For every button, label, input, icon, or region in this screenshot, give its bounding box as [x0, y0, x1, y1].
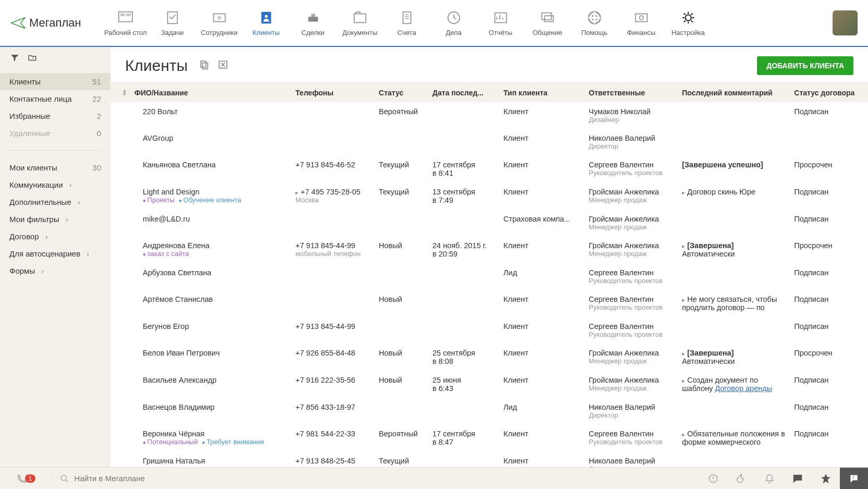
- cell-phone: ▸+7 495 735-28-05Москва: [291, 182, 375, 210]
- alert-icon[interactable]: [699, 468, 727, 490]
- nav-Помощь[interactable]: Помощь: [571, 10, 618, 36]
- table-row[interactable]: Белов Иван Петрович+7 926 855-84-48Новый…: [110, 344, 868, 371]
- cell-status: [375, 398, 428, 424]
- table-row[interactable]: Андреянова Еленазаказ с сайта+7 913 845-…: [110, 236, 868, 263]
- table-row[interactable]: AVGroupКлиентНиколаев ВалерийДиректор: [110, 129, 868, 155]
- cell-date: [428, 129, 499, 155]
- nav-Сделки[interactable]: Сделки: [290, 10, 337, 36]
- svg-point-24: [61, 475, 66, 480]
- table-row[interactable]: mike@L&D.ruСтраховая компа...Гройсман Ан…: [110, 210, 868, 236]
- cell-type: Клиент: [499, 236, 585, 263]
- user-avatar[interactable]: [833, 10, 858, 35]
- column-header[interactable]: Статус договора: [790, 83, 868, 102]
- cell-responsible: Сергеев ВалентинРуководитель проектов: [585, 317, 678, 344]
- cell-date: [428, 290, 499, 317]
- cell-date: 13 сентябряв 7:49: [428, 182, 499, 210]
- nav-icon: [209, 10, 230, 26]
- sidebar-item-Удаленные[interactable]: Удаленные0: [0, 125, 110, 142]
- cell-comment: [678, 398, 790, 424]
- phone-widget[interactable]: 1: [0, 473, 52, 484]
- nav-Финансы[interactable]: Финансы: [618, 10, 665, 36]
- table-row[interactable]: Васильев Александр+7 916 222-35-56Новый2…: [110, 371, 868, 398]
- table-row[interactable]: 220 ВольтВероятныйКлиентЧумаков НиколайД…: [110, 102, 868, 129]
- cell-name: Арбузова Светлана: [130, 263, 291, 290]
- star-icon[interactable]: [812, 468, 840, 490]
- sidebar-item-Формы[interactable]: Формы: [0, 262, 110, 279]
- nav-icon: [584, 10, 605, 26]
- nav-Задачи[interactable]: Задачи: [149, 10, 196, 36]
- table-row[interactable]: Васнецов Владимир+7 856 433-18-97ЛидНико…: [110, 398, 868, 424]
- folder-add-icon[interactable]: +: [27, 53, 38, 65]
- phone-badge: 1: [25, 474, 36, 483]
- column-header[interactable]: Тип клиента: [499, 83, 585, 102]
- filter-add-icon[interactable]: +: [9, 53, 20, 65]
- cell-comment: [678, 317, 790, 344]
- cell-comment: ▸Не могу связаться, чтобы продлить догов…: [678, 290, 790, 317]
- cell-status: Вероятный: [375, 102, 428, 129]
- cell-name: Бегунов Егор: [130, 317, 291, 344]
- sidebar-item-Клиенты[interactable]: Клиенты51: [0, 73, 110, 90]
- cell-status: [375, 210, 428, 236]
- cell-name: mike@L&D.ru: [130, 210, 291, 236]
- column-header[interactable]: Дата послед...: [428, 83, 499, 102]
- cell-type: Клиент: [499, 129, 585, 155]
- bell-icon[interactable]: [755, 468, 784, 490]
- nav-Общение[interactable]: Общение: [524, 10, 571, 36]
- nav-Дела[interactable]: Дела: [430, 10, 477, 36]
- table-row[interactable]: Артёмов СтаниславНовыйКлиентСергеев Вале…: [110, 290, 868, 317]
- table-row[interactable]: Вероника ЧёрнаяПотенциальныйТребует вним…: [110, 424, 868, 451]
- cell-phone: +7 913 845-44-99мобильный телефон: [291, 236, 375, 263]
- column-header[interactable]: Ответственные: [585, 83, 678, 102]
- svg-rect-2: [126, 13, 131, 16]
- logo[interactable]: Мегаплан: [10, 15, 81, 31]
- search-input[interactable]: [75, 474, 692, 483]
- nav-Отчёты[interactable]: Отчёты: [477, 10, 524, 36]
- nav-Рабочий стол[interactable]: Рабочий стол: [102, 10, 149, 36]
- sidebar-item-Контактные лица[interactable]: Контактные лица22: [0, 90, 110, 107]
- column-header[interactable]: Статус: [375, 83, 428, 102]
- feedback-icon[interactable]: !: [840, 468, 868, 490]
- export-excel-icon[interactable]: [218, 59, 228, 72]
- sidebar-item-Избранные[interactable]: Избранные2: [0, 107, 110, 125]
- sidebar-item-Мои клиенты[interactable]: Мои клиенты30: [0, 159, 110, 176]
- column-header[interactable]: Телефоны: [291, 83, 375, 102]
- copy-icon[interactable]: [199, 59, 209, 72]
- table-row[interactable]: Каньянова Светлана+7 913 845-46-52Текущи…: [110, 155, 868, 182]
- column-settings-icon[interactable]: ⦀: [110, 83, 130, 102]
- sidebar-item-Мои фильтры[interactable]: Мои фильтры: [0, 211, 110, 228]
- cell-responsible: Николаев ВалерийДиректор: [585, 129, 678, 155]
- nav-Настройка[interactable]: Настройка: [665, 10, 712, 36]
- chat-icon[interactable]: [784, 468, 812, 490]
- sidebar: + + Клиенты51Контактные лица22Избранные2…: [0, 47, 110, 467]
- comment-link[interactable]: Договор аренды: [715, 384, 772, 393]
- column-header[interactable]: Последний комментарий: [678, 83, 790, 102]
- cell-type: Клиент: [499, 371, 585, 398]
- add-client-button[interactable]: ДОБАВИТЬ КЛИЕНТА: [757, 56, 853, 75]
- nav-icon: [256, 10, 277, 26]
- sidebar-item-Договор[interactable]: Договор: [0, 228, 110, 245]
- clients-table: ⦀ФИО/НазваниеТелефоныСтатусДата послед..…: [110, 83, 868, 467]
- table-row[interactable]: Гришина Наталья+7 913 848-25-45ТекущийКл…: [110, 451, 868, 467]
- sidebar-item-Дополнительные[interactable]: Дополнительные: [0, 193, 110, 211]
- sidebar-item-Коммуникации[interactable]: Коммуникации: [0, 176, 110, 193]
- svg-point-7: [265, 15, 268, 18]
- fire-icon[interactable]: [727, 468, 755, 490]
- search-bar[interactable]: [52, 474, 699, 483]
- sidebar-item-Для автосценариев[interactable]: Для автосценариев: [0, 245, 110, 262]
- nav-Сотрудники[interactable]: Сотрудники: [196, 10, 243, 36]
- table-row[interactable]: Бегунов Егор+7 913 845-44-99КлиентСергее…: [110, 317, 868, 344]
- cell-contract: Просрочен: [790, 155, 868, 182]
- cell-comment: [Завершена успешно]: [678, 155, 790, 182]
- nav-icon: [396, 10, 417, 26]
- nav-Счета[interactable]: Счета: [383, 10, 430, 36]
- table-row[interactable]: Light and DesignПроектыОбучение клиента▸…: [110, 182, 868, 210]
- cell-name: Андреянова Еленазаказ с сайта: [130, 236, 291, 263]
- nav-Документы[interactable]: Документы: [337, 10, 383, 36]
- nav-Клиенты[interactable]: Клиенты: [243, 10, 290, 36]
- cell-comment: ▸Создан документ по шаблону Договор арен…: [678, 371, 790, 398]
- cell-responsible: Сергеев ВалентинРуководитель проектов: [585, 290, 678, 317]
- column-header[interactable]: ФИО/Название: [130, 83, 291, 102]
- table-row[interactable]: Арбузова СветланаЛидСергеев ВалентинРуко…: [110, 263, 868, 290]
- cell-status: Новый: [375, 236, 428, 263]
- cell-status: Текущий: [375, 451, 428, 467]
